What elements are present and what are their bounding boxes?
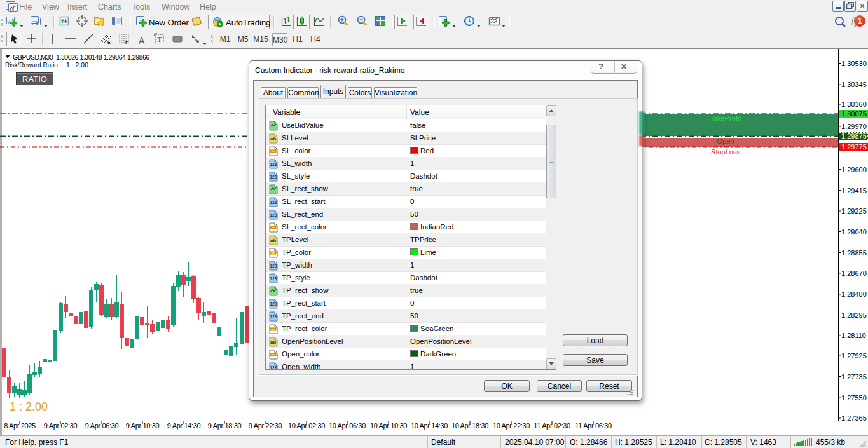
svg-text:F: F xyxy=(125,41,128,45)
svg-text:1.29415: 1.29415 xyxy=(841,187,867,194)
svg-text:1.28480: 1.28480 xyxy=(841,290,867,298)
svg-text:ab: ab xyxy=(270,136,276,142)
svg-text:1.29600: 1.29600 xyxy=(841,166,867,173)
svg-text:1.30160: 1.30160 xyxy=(841,100,867,108)
svg-text:123: 123 xyxy=(270,162,277,166)
svg-text:1.27735: 1.27735 xyxy=(841,373,867,381)
svg-text:11 Apr 06:30: 11 Apr 06:30 xyxy=(575,422,612,430)
svg-text:T: T xyxy=(158,36,162,43)
svg-text:1.29040: 1.29040 xyxy=(841,228,867,236)
svg-text:9 Apr 14:30: 9 Apr 14:30 xyxy=(167,422,201,430)
svg-text:Risk/Reward Ratio: Risk/Reward Ratio xyxy=(5,62,58,69)
svg-text:10 Apr 14:30: 10 Apr 14:30 xyxy=(411,422,448,430)
svg-text:10 Apr 10:30: 10 Apr 10:30 xyxy=(370,422,407,430)
svg-text:123: 123 xyxy=(270,302,277,306)
svg-text:123: 123 xyxy=(270,276,277,281)
svg-text:StopLoss: StopLoss xyxy=(711,148,740,156)
svg-text:123: 123 xyxy=(270,213,277,217)
svg-text:1.29225: 1.29225 xyxy=(841,207,867,215)
svg-text:10 Apr 02:30: 10 Apr 02:30 xyxy=(288,422,325,430)
svg-text:1 : 2.00: 1 : 2.00 xyxy=(66,61,88,69)
svg-text:10 Apr 18:30: 10 Apr 18:30 xyxy=(451,422,488,430)
svg-text:1.27925: 1.27925 xyxy=(841,352,867,360)
svg-text:9 Apr 06:30: 9 Apr 06:30 xyxy=(85,422,119,430)
svg-text:123: 123 xyxy=(270,365,277,370)
svg-text:9 Apr 10:30: 9 Apr 10:30 xyxy=(126,422,160,430)
svg-text:123: 123 xyxy=(270,175,277,179)
svg-text:TakeProfit: TakeProfit xyxy=(710,114,741,122)
svg-text:9 Apr 18:30: 9 Apr 18:30 xyxy=(208,422,242,430)
svg-text:123: 123 xyxy=(270,315,277,319)
svg-text:123: 123 xyxy=(270,264,277,268)
svg-text:GBPUSD,M30 1.30026 1.30148 1.: GBPUSD,M30 1.30026 1.30148 1.29864 1.298… xyxy=(13,53,149,61)
svg-text:1 : 2.00: 1 : 2.00 xyxy=(10,400,48,413)
svg-text:1.28295: 1.28295 xyxy=(841,311,867,319)
svg-text:8 Apr 2025: 8 Apr 2025 xyxy=(4,422,36,430)
svg-text:E: E xyxy=(107,40,111,44)
svg-text:10 Apr 22:30: 10 Apr 22:30 xyxy=(493,422,530,430)
svg-text:1.29970: 1.29970 xyxy=(841,123,867,130)
svg-text:1.28855: 1.28855 xyxy=(841,249,867,257)
svg-text:11 Apr 02:30: 11 Apr 02:30 xyxy=(534,422,570,430)
svg-text:Open: Open xyxy=(717,137,734,145)
svg-text:1.27365: 1.27365 xyxy=(841,414,867,422)
svg-text:9 Apr 22:30: 9 Apr 22:30 xyxy=(249,422,282,430)
svg-text:1.30345: 1.30345 xyxy=(841,81,867,88)
svg-text:10 Apr 06:30: 10 Apr 06:30 xyxy=(329,422,366,430)
svg-text:9 Apr 02:30: 9 Apr 02:30 xyxy=(44,422,78,430)
svg-text:1.28110: 1.28110 xyxy=(841,332,866,339)
svg-text:ab: ab xyxy=(270,339,276,345)
svg-text:ab: ab xyxy=(270,238,276,243)
svg-text:1.27550: 1.27550 xyxy=(841,394,867,402)
svg-text:1.30530: 1.30530 xyxy=(841,60,867,67)
svg-text:1.28670: 1.28670 xyxy=(841,269,867,277)
svg-text:123: 123 xyxy=(270,200,277,205)
